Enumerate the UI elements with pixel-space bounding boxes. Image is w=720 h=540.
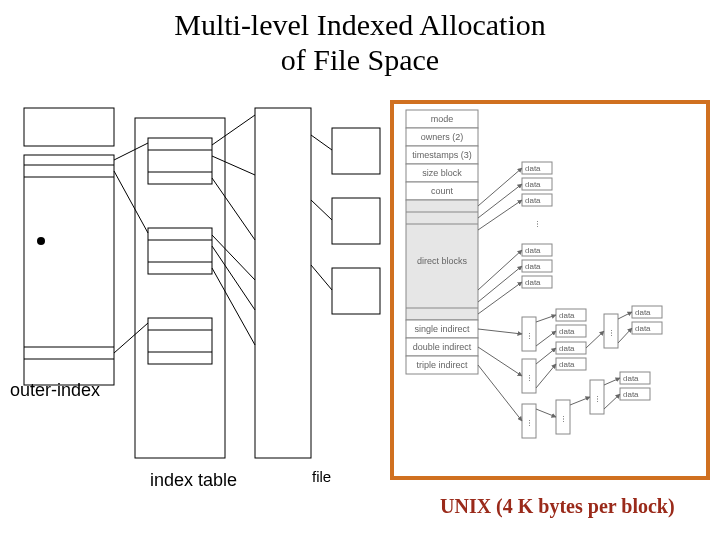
file-label: file bbox=[312, 468, 331, 485]
svg-line-59 bbox=[478, 184, 522, 218]
svg-rect-17 bbox=[255, 108, 311, 458]
svg-text:data: data bbox=[623, 374, 639, 383]
svg-text:data: data bbox=[525, 278, 541, 287]
index-table-column bbox=[135, 118, 225, 458]
svg-line-93 bbox=[478, 365, 522, 421]
unix-label: UNIX (4 K bytes per block) bbox=[440, 495, 675, 518]
svg-line-105 bbox=[604, 394, 620, 409]
svg-rect-11 bbox=[148, 228, 212, 274]
svg-text:⋯: ⋯ bbox=[533, 220, 542, 228]
svg-line-89 bbox=[618, 312, 632, 319]
inode-field: triple indirect bbox=[416, 360, 468, 370]
svg-line-58 bbox=[478, 168, 522, 206]
inode-field: direct blocks bbox=[417, 256, 468, 266]
svg-line-75 bbox=[478, 347, 522, 376]
secondary-index-column bbox=[255, 108, 311, 458]
svg-rect-8 bbox=[148, 138, 212, 184]
file-blocks-column bbox=[332, 128, 380, 314]
svg-text:⋯: ⋯ bbox=[525, 419, 534, 427]
svg-rect-19 bbox=[332, 198, 380, 244]
svg-text:⋯: ⋯ bbox=[525, 332, 534, 340]
svg-rect-0 bbox=[24, 108, 114, 146]
svg-text:data: data bbox=[525, 262, 541, 271]
svg-line-84 bbox=[586, 331, 604, 348]
svg-text:data: data bbox=[635, 308, 651, 317]
svg-text:data: data bbox=[559, 311, 575, 320]
svg-line-60 bbox=[478, 200, 522, 230]
svg-line-80 bbox=[536, 348, 556, 364]
svg-text:data: data bbox=[525, 196, 541, 205]
svg-rect-18 bbox=[332, 128, 380, 174]
svg-line-104 bbox=[604, 378, 620, 385]
inode-field: owners (2) bbox=[421, 132, 464, 142]
svg-line-90 bbox=[618, 328, 632, 343]
svg-text:data: data bbox=[559, 360, 575, 369]
inode-panel: mode owners (2) timestamps (3) size bloc… bbox=[390, 100, 710, 480]
svg-point-4 bbox=[37, 237, 45, 245]
svg-text:⋯: ⋯ bbox=[525, 374, 534, 382]
svg-line-30 bbox=[311, 135, 332, 150]
svg-rect-1 bbox=[24, 155, 114, 385]
svg-rect-20 bbox=[332, 268, 380, 314]
outer-index-block bbox=[24, 108, 114, 385]
svg-line-96 bbox=[536, 409, 556, 417]
inode-field: mode bbox=[431, 114, 454, 124]
svg-line-66 bbox=[478, 329, 522, 334]
svg-text:data: data bbox=[525, 246, 541, 255]
svg-text:data: data bbox=[525, 164, 541, 173]
outer-index-label: outer-index bbox=[10, 380, 100, 401]
inode-field: double indirect bbox=[413, 342, 472, 352]
inode-field: size block bbox=[422, 168, 462, 178]
svg-line-63 bbox=[478, 282, 522, 314]
svg-line-72 bbox=[536, 331, 556, 346]
svg-rect-14 bbox=[148, 318, 212, 364]
svg-text:data: data bbox=[559, 327, 575, 336]
svg-text:⋯: ⋯ bbox=[593, 395, 602, 403]
inode-field: single indirect bbox=[414, 324, 470, 334]
svg-line-71 bbox=[536, 315, 556, 322]
svg-line-99 bbox=[570, 397, 590, 405]
svg-line-81 bbox=[536, 364, 556, 388]
index-table-label: index table bbox=[150, 470, 237, 491]
inode-diagram: mode owners (2) timestamps (3) size bloc… bbox=[394, 104, 710, 480]
inode-field: count bbox=[431, 186, 454, 196]
inode-field: timestamps (3) bbox=[412, 150, 472, 160]
svg-text:⋯: ⋯ bbox=[607, 329, 616, 337]
svg-text:⋯: ⋯ bbox=[559, 415, 568, 423]
svg-text:data: data bbox=[623, 390, 639, 399]
svg-text:data: data bbox=[525, 180, 541, 189]
svg-line-31 bbox=[311, 200, 332, 220]
svg-line-32 bbox=[311, 265, 332, 290]
svg-text:data: data bbox=[635, 324, 651, 333]
svg-text:data: data bbox=[559, 344, 575, 353]
